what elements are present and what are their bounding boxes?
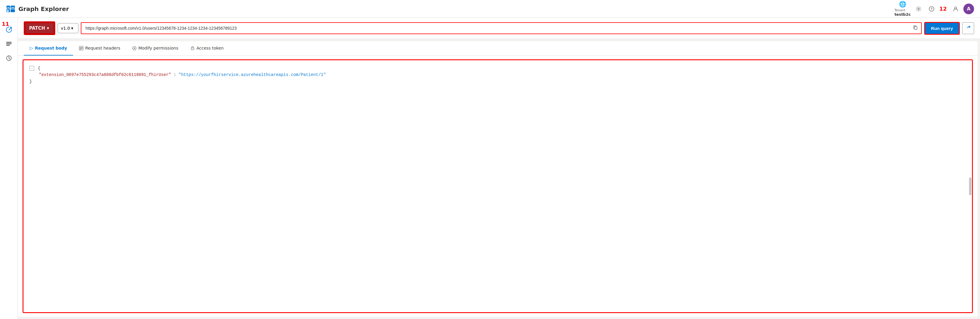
- help-button[interactable]: ?: [926, 3, 937, 14]
- tab-request-body[interactable]: ▷ Request body: [24, 41, 73, 56]
- copy-url-button[interactable]: [912, 24, 919, 32]
- version-label: v1.0: [61, 26, 70, 30]
- modify-permissions-icon: [132, 45, 137, 51]
- app-header: Graph Explorer 🌐 Tenant testb2c ? 12: [0, 0, 980, 18]
- svg-rect-13: [6, 45, 10, 46]
- method-dropdown-outline: PATCH ▾: [24, 21, 55, 35]
- run-query-btn-outline: Run query: [924, 22, 960, 35]
- tab-request-headers-label: Request headers: [85, 46, 120, 51]
- code-line-open-brace: - {: [29, 65, 966, 71]
- svg-rect-19: [80, 49, 82, 49]
- inner-white-box: ▷ Request body Request headers: [18, 41, 978, 317]
- sidebar-item-recent[interactable]: [3, 52, 15, 64]
- user-avatar[interactable]: A: [963, 3, 974, 14]
- settings-button[interactable]: [913, 3, 924, 14]
- svg-rect-17: [80, 47, 83, 48]
- svg-text:?: ?: [931, 8, 932, 11]
- svg-rect-18: [80, 48, 83, 49]
- code-editor: - { "extension_0697e755293c47a688dfbf02c…: [22, 59, 973, 313]
- code-key: "extension_0697e755293c47a688dfbf02c6118…: [39, 72, 171, 77]
- svg-point-7: [918, 8, 919, 10]
- header-right-controls: 🌐 Tenant testb2c ? 12 A: [894, 1, 974, 17]
- method-label: PATCH: [29, 25, 45, 31]
- query-bar: PATCH ▾ v1.0 ▾ Run query: [18, 18, 980, 39]
- expand-icon[interactable]: -: [29, 66, 34, 71]
- outer-wrapper: ▷ Request body Request headers: [18, 39, 980, 319]
- tab-access-token-label: Access token: [197, 46, 224, 51]
- code-line-key-value: "extension_0697e755293c47a688dfbf02c6118…: [29, 71, 966, 78]
- version-dropdown[interactable]: v1.0 ▾: [57, 23, 78, 33]
- url-input[interactable]: [84, 23, 912, 33]
- access-token-icon: [190, 45, 195, 51]
- content-area: PATCH ▾ v1.0 ▾ Run query: [18, 18, 980, 319]
- share-button[interactable]: [962, 22, 974, 34]
- run-query-button[interactable]: Run query: [925, 23, 959, 34]
- tabs-header: ▷ Request body Request headers: [18, 41, 978, 56]
- svg-rect-12: [6, 43, 11, 44]
- logo-icon: [6, 4, 16, 14]
- svg-point-23: [192, 48, 193, 49]
- code-value-link[interactable]: "https://yourfhirservice.azurehealthcare…: [179, 72, 326, 77]
- url-input-wrapper: [81, 22, 922, 34]
- tab-request-body-label: Request body: [35, 46, 67, 51]
- code-line-close-brace: }: [29, 78, 966, 85]
- annotation-12: 12: [939, 6, 947, 12]
- svg-rect-11: [6, 42, 11, 43]
- sidebar: 11: [0, 18, 18, 319]
- svg-rect-3: [11, 9, 15, 12]
- version-chevron-icon: ▾: [71, 26, 73, 30]
- tab-modify-permissions[interactable]: Modify permissions: [126, 41, 185, 56]
- tab-request-headers[interactable]: Request headers: [73, 41, 126, 56]
- main-layout: 11 PATCH: [0, 18, 980, 319]
- request-headers-icon: [79, 45, 83, 51]
- tab-access-token[interactable]: Access token: [185, 41, 230, 56]
- request-body-icon: ▷: [30, 45, 33, 51]
- svg-point-21: [134, 48, 135, 49]
- method-dropdown[interactable]: PATCH ▾: [25, 22, 54, 34]
- app-logo: Graph Explorer: [6, 4, 69, 14]
- tenant-icon: 🌐: [899, 1, 906, 8]
- annotation-11: 11: [2, 21, 9, 27]
- svg-rect-4: [7, 7, 10, 8]
- tenant-selector[interactable]: 🌐 Tenant testb2c: [894, 1, 911, 17]
- svg-rect-5: [11, 7, 14, 8]
- method-chevron-icon: ▾: [47, 25, 49, 31]
- code-content: - { "extension_0697e755293c47a688dfbf02c…: [29, 65, 966, 85]
- tenant-label: Tenant: [894, 8, 911, 12]
- app-title: Graph Explorer: [18, 5, 69, 13]
- tab-modify-permissions-label: Modify permissions: [138, 46, 178, 51]
- svg-rect-15: [914, 27, 917, 29]
- scroll-indicator[interactable]: [969, 178, 971, 195]
- tenant-name: testb2c: [894, 12, 911, 17]
- user-profile-button[interactable]: [950, 3, 961, 14]
- sidebar-item-history[interactable]: [3, 38, 15, 50]
